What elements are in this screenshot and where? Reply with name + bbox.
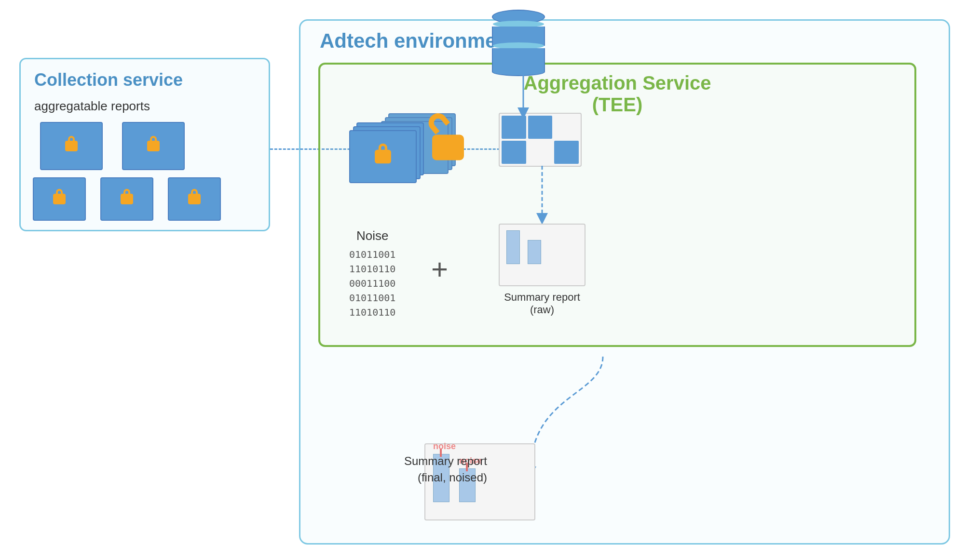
summary-final-label: Summary report (final, noised) bbox=[362, 453, 487, 485]
main-diagram: Adtech environment Collection service ag… bbox=[0, 0, 980, 559]
summary-report-raw-card bbox=[499, 224, 585, 286]
report-card-3 bbox=[33, 177, 86, 221]
report-card-1 bbox=[40, 122, 103, 170]
plus-sign: + bbox=[431, 253, 448, 286]
open-lock-icon bbox=[441, 127, 455, 155]
collection-service-label: Collection service bbox=[34, 70, 183, 90]
collection-service-sublabel: aggregatable reports bbox=[34, 99, 150, 114]
tee-doc-front bbox=[349, 130, 417, 183]
decoded-data-grid bbox=[499, 113, 582, 167]
tee-input-docs bbox=[349, 122, 417, 175]
database-icon bbox=[492, 10, 545, 76]
report-card-2 bbox=[122, 122, 185, 170]
noise-label: Noise bbox=[349, 228, 395, 243]
report-card-4 bbox=[100, 177, 153, 221]
arrow-grid-to-summary bbox=[532, 166, 552, 224]
arrow-db-down bbox=[514, 75, 533, 118]
curved-arrow-final bbox=[506, 347, 748, 482]
summary-raw-label: Summary report (raw) bbox=[489, 291, 595, 316]
report-card-5 bbox=[168, 177, 221, 221]
collection-service-box: Collection service aggregatable reports bbox=[19, 58, 270, 231]
aggregation-service-label: Aggregation Service (TEE) bbox=[523, 72, 711, 116]
adtech-label: Adtech environment bbox=[320, 29, 516, 53]
noise-binary: 01011001 11010110 00011100 01011001 1101… bbox=[349, 247, 395, 319]
aggregation-service-box: Aggregation Service (TEE) bbox=[318, 63, 916, 347]
noise-section: Noise 01011001 11010110 00011100 0101100… bbox=[349, 228, 395, 319]
noise-label-1: noise bbox=[433, 441, 456, 452]
